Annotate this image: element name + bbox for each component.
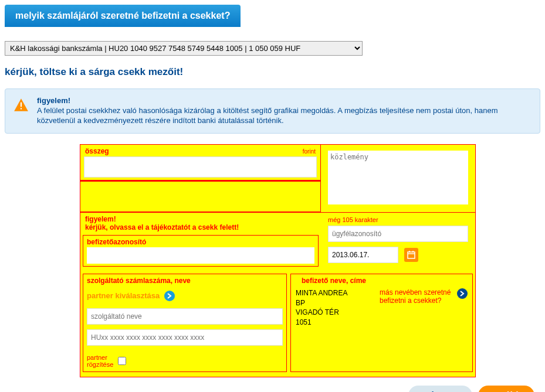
attention-title: figyelem!: [80, 213, 321, 223]
payer-city-line: BP: [296, 298, 347, 308]
page-header-banner: melyik számlájáról szeretné befizetni a …: [5, 5, 241, 27]
svg-rect-1: [21, 103, 22, 107]
source-account-select[interactable]: K&H lakossági bankszámla | HU20 1040 952…: [5, 41, 363, 56]
pay-for-other-link[interactable]: más nevében szeretné befizetni a csekket…: [380, 288, 468, 328]
memo-textarea[interactable]: [328, 151, 468, 204]
provider-box: szolgáltató számlaszáma, neve partner ki…: [83, 274, 287, 372]
payer-title: befizető neve, címe: [302, 277, 366, 285]
amount-label: összeg: [85, 147, 109, 155]
footer-buttons: mégsem tovább: [5, 386, 540, 392]
next-button[interactable]: tovább: [478, 386, 534, 392]
warning-box: figyelem! A felület postai csekkhez való…: [5, 88, 540, 134]
svg-rect-2: [21, 108, 22, 109]
right-column: még 105 karakter: [321, 213, 475, 269]
payer-id-label: befizetőazonosító: [87, 238, 314, 246]
check-form: összeg forint figyelem! kérjük, olvassa …: [80, 144, 476, 377]
left-column: figyelem! kérjük, olvassa el a tájékozta…: [80, 213, 321, 269]
date-input[interactable]: [328, 247, 398, 263]
arrow-right-icon: [457, 288, 468, 299]
warning-icon: [13, 97, 29, 114]
provider-title: szolgáltató számlaszáma, neve: [87, 277, 283, 285]
partner-save-checkbox[interactable]: [118, 357, 126, 365]
date-row: [328, 247, 468, 263]
payer-id-box: befizetőazonosító: [83, 235, 319, 267]
arrow-right-icon: [164, 291, 175, 301]
pay-for-other-label: más nevében szeretné befizetni a csekket…: [380, 288, 452, 305]
customer-id-input[interactable]: [328, 226, 468, 242]
svg-rect-3: [408, 252, 415, 258]
payer-box-header: befizető neve, címe: [296, 277, 468, 286]
check-row-3: szolgáltató számlaszáma, neve partner ki…: [80, 274, 475, 372]
warning-content: figyelem! A felület postai csekkhez való…: [37, 96, 532, 126]
char-remaining: még 105 karakter: [328, 216, 468, 223]
payer-name-line: MINTA ANDREA: [296, 288, 347, 298]
calendar-icon: [407, 251, 415, 259]
attention-text: kérjük, olvassa el a tájékoztatót a csek…: [80, 223, 321, 234]
calendar-button[interactable]: [404, 248, 418, 262]
payer-box: befizető neve, címe MINTA ANDREA BP VIGA…: [290, 274, 473, 372]
cancel-button[interactable]: mégsem: [408, 386, 472, 392]
amount-text-box: [80, 180, 320, 204]
amount-input[interactable]: [84, 156, 317, 178]
payer-street-line: VIGADÓ TÉR: [296, 308, 347, 318]
amount-label-row: összeg forint: [84, 147, 317, 155]
forint-label: forint: [303, 148, 316, 155]
provider-account-input[interactable]: [87, 329, 283, 346]
partner-save-label: partner rögzítése: [87, 354, 113, 368]
amount-box: összeg forint: [80, 145, 321, 212]
partner-save-row: partner rögzítése: [87, 354, 283, 368]
page-header-title: melyik számlájáról szeretné befizetni a …: [15, 11, 230, 21]
warning-title: figyelem!: [37, 96, 532, 105]
section-title: kérjük, töltse ki a sárga csekk mezőit!: [5, 66, 540, 78]
warning-text: A felület postai csekkhez való hasonlósá…: [37, 106, 532, 126]
memo-box: [321, 145, 475, 212]
partner-select-link[interactable]: partner kiválasztása: [87, 291, 283, 301]
payer-zip-line: 1051: [296, 318, 347, 328]
payer-id-input[interactable]: [87, 247, 314, 264]
check-row-1: összeg forint: [80, 145, 475, 213]
payer-details: MINTA ANDREA BP VIGADÓ TÉR 1051: [296, 288, 347, 328]
account-select-row: K&H lakossági bankszámla | HU20 1040 952…: [5, 41, 540, 56]
partner-select-label: partner kiválasztása: [87, 291, 160, 300]
provider-name-input[interactable]: [87, 308, 283, 325]
check-row-2: figyelem! kérjük, olvassa el a tájékozta…: [80, 213, 475, 269]
